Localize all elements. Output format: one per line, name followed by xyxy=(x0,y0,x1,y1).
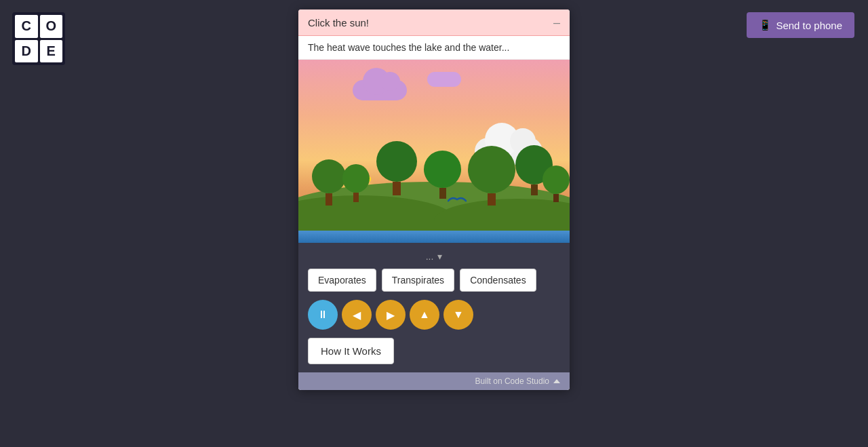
chevron-up-icon[interactable] xyxy=(553,379,560,383)
game-canvas[interactable] xyxy=(298,60,570,243)
how-it-works-button[interactable]: How It Works xyxy=(308,338,394,364)
up-button[interactable]: ▲ xyxy=(410,300,439,330)
cloud-mid xyxy=(427,72,461,87)
phone-icon: 📱 xyxy=(759,19,772,31)
code-logo: C O D E xyxy=(12,12,65,65)
water-lake xyxy=(298,231,570,243)
send-to-phone-label: Send to phone xyxy=(776,20,842,31)
send-to-phone-button[interactable]: 📱 Send to phone xyxy=(747,12,854,38)
chevron-down-icon[interactable]: ▾ xyxy=(437,251,442,262)
logo-cell-o: O xyxy=(40,15,63,38)
prev-button[interactable]: ◀ xyxy=(342,300,372,330)
pause-button[interactable]: ⏸ xyxy=(308,300,338,330)
tree-1 xyxy=(312,159,346,206)
choices-row: Evaporates Transpirates Condensates xyxy=(308,269,560,292)
logo-cell-e: E xyxy=(40,40,63,63)
choice-condensates[interactable]: Condensates xyxy=(460,269,536,292)
logo-cell-c: C xyxy=(15,15,38,38)
bird xyxy=(448,196,467,206)
instruction-bar: Click the sun! – xyxy=(298,9,570,36)
choice-transpirates[interactable]: Transpirates xyxy=(382,269,454,292)
instruction-text: Click the sun! xyxy=(308,17,369,28)
down-button[interactable]: ▼ xyxy=(443,300,473,330)
tree-5 xyxy=(468,146,515,206)
logo-cell-d: D xyxy=(15,40,38,63)
choice-evaporates[interactable]: Evaporates xyxy=(308,269,376,292)
tree-7 xyxy=(542,166,570,202)
tree-2 xyxy=(342,164,370,202)
main-panel: Click the sun! – The heat wave touches t… xyxy=(298,9,570,390)
tree-4 xyxy=(424,151,461,199)
ellipsis-row: ... ▾ xyxy=(308,251,560,262)
minimize-button[interactable]: – xyxy=(553,16,560,28)
subtitle-text: The heat wave touches the lake and the w… xyxy=(308,42,509,53)
subtitle-bar: The heat wave touches the lake and the w… xyxy=(298,36,570,60)
controls-area: ... ▾ Evaporates Transpirates Condensate… xyxy=(298,243,570,372)
next-button[interactable]: ▶ xyxy=(376,300,406,330)
footer-bar: Built on Code Studio xyxy=(298,372,570,390)
ellipsis-text: ... xyxy=(426,251,434,262)
cloud-left xyxy=(353,80,407,100)
playback-row: ⏸ ◀ ▶ ▲ ▼ xyxy=(308,300,560,330)
footer-text: Built on Code Studio xyxy=(475,376,549,386)
tree-3 xyxy=(376,141,417,195)
